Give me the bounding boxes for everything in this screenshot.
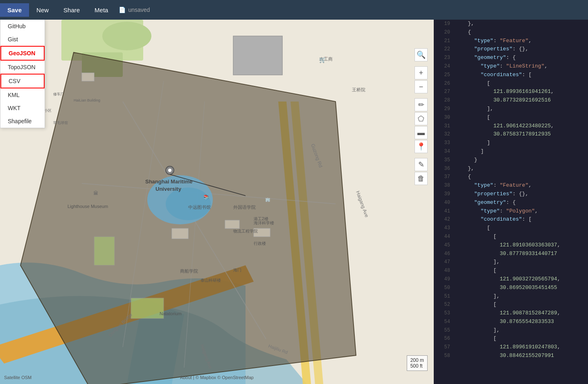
svg-text:物流工程学院: 物流工程学院 — [233, 229, 258, 233]
dropdown-wkt[interactable]: WKT — [0, 102, 45, 115]
line-number: 54 — [437, 318, 450, 326]
line-number: 33 — [437, 139, 450, 147]
code-text: [ — [455, 300, 585, 309]
dropdown-topojson[interactable]: TopoJSON — [0, 61, 45, 74]
zoom-in-btn[interactable]: + — [415, 66, 428, 79]
code-line: 55 ], — [434, 326, 588, 335]
code-line: 23 "geometry": { — [434, 54, 588, 62]
delete-btn[interactable]: 🗑 — [415, 172, 428, 185]
code-line: 36 }, — [434, 165, 588, 173]
line-number: 27 — [437, 88, 450, 96]
draw-polygon-btn[interactable]: ⬠ — [415, 112, 428, 125]
code-line: 45 121.89103603363037, — [434, 241, 588, 250]
code-text: ], — [455, 326, 585, 335]
line-number: 34 — [437, 148, 450, 156]
line-number: 31 — [437, 122, 450, 130]
json-code-area[interactable]: 19 },20 {21 "type": "Feature",22 "proper… — [434, 18, 588, 384]
draw-rectangle-btn[interactable]: ▬ — [415, 126, 428, 139]
code-text: 121.90614223480225, — [455, 122, 585, 131]
svg-text:商船学院: 商船学院 — [180, 269, 198, 273]
code-text: 121.89936161041261, — [455, 88, 585, 96]
dropdown-kml[interactable]: KML — [0, 88, 45, 102]
code-text: 30.877789331440717 — [455, 250, 585, 258]
code-text: "geometry": { — [455, 199, 585, 207]
line-number: 51 — [437, 293, 450, 300]
line-number: 29 — [437, 105, 450, 113]
code-text: 121.90878152847289, — [455, 309, 585, 318]
code-line: 46 30.877789331440717 — [434, 250, 588, 258]
code-text: 30.88462155207991 — [455, 352, 585, 360]
code-line: 51 ], — [434, 292, 588, 301]
code-text: [ — [455, 334, 585, 343]
code-text: [ — [455, 113, 585, 122]
code-text: 30.869520035451455 — [455, 284, 585, 292]
dropdown-github[interactable]: GitHub — [0, 20, 45, 33]
search-btn[interactable]: 🔍 — [415, 48, 428, 61]
svg-point-20 — [168, 169, 171, 172]
svg-text:📚: 📚 — [203, 194, 209, 200]
line-number: 20 — [437, 29, 450, 36]
map-canvas: Shanghai Maritime University Lighthouse … — [0, 20, 434, 384]
meta-button[interactable]: Meta — [87, 3, 115, 17]
code-line: 43 [ — [434, 224, 588, 233]
unsaved-indicator: 📄 unsaved — [119, 7, 150, 13]
code-line: 54 30.87655542833533 — [434, 318, 588, 326]
file-icon: 📄 — [119, 7, 126, 13]
line-number: 52 — [437, 301, 450, 309]
code-text: [ — [455, 224, 585, 233]
code-text: 121.89103603363037, — [455, 241, 585, 250]
code-text: 30.877328921692516 — [455, 96, 585, 105]
code-line: 26 [ — [434, 79, 588, 88]
line-number: 25 — [437, 71, 450, 79]
svg-rect-18 — [94, 237, 115, 265]
dropdown-csv[interactable]: CSV — [0, 74, 45, 88]
zoom-out-btn[interactable]: − — [415, 80, 428, 93]
code-text: } — [455, 156, 585, 165]
code-text: "type": "Feature", — [455, 37, 585, 45]
svg-point-4 — [102, 22, 151, 50]
dropdown-gist[interactable]: Gist — [0, 33, 45, 46]
code-text: "coordinates": [ — [455, 215, 585, 224]
svg-rect-15 — [225, 220, 239, 228]
svg-rect-14 — [172, 228, 188, 239]
line-number: 32 — [437, 131, 450, 138]
satellite-label: Satellite OSM — [4, 375, 32, 380]
line-number: 53 — [437, 309, 450, 317]
save-button[interactable]: Save — [0, 3, 29, 17]
place-marker-btn[interactable]: 📍 — [415, 140, 428, 153]
code-line: 21 "type": "Feature", — [434, 37, 588, 45]
scale-500ft: 500 ft — [410, 363, 424, 369]
line-number: 40 — [437, 199, 450, 207]
svg-text:海门: 海门 — [233, 268, 241, 272]
code-text: }, — [455, 20, 585, 28]
new-button[interactable]: New — [29, 3, 56, 17]
code-text: 30.875837178912935 — [455, 130, 585, 139]
code-line: 28 30.877328921692516 — [434, 96, 588, 105]
line-number: 49 — [437, 276, 450, 283]
code-line: 58 30.88462155207991 — [434, 352, 588, 360]
line-number: 56 — [437, 335, 450, 343]
svg-text:羽毛球馆: 羽毛球馆 — [53, 121, 68, 125]
svg-rect-17 — [131, 298, 164, 318]
dropdown-geojson[interactable]: GeoJSON — [0, 46, 45, 61]
svg-text:中远图书馆: 中远图书馆 — [188, 205, 211, 210]
edit-btn[interactable]: ✎ — [415, 158, 428, 171]
code-text: }, — [455, 165, 585, 173]
code-text: "properties": {}, — [455, 190, 585, 199]
svg-text:🏢: 🏢 — [265, 197, 270, 202]
code-text: "coordinates": [ — [455, 71, 585, 79]
map-area[interactable]: Shanghai Maritime University Lighthouse … — [0, 20, 434, 384]
code-line: 30 [ — [434, 113, 588, 122]
svg-text:外国语学院: 外国语学院 — [233, 205, 256, 210]
svg-rect-13 — [82, 73, 94, 81]
code-text: ] — [455, 139, 585, 147]
code-line: 48 [ — [434, 267, 588, 275]
svg-text:🏛: 🏛 — [93, 190, 98, 196]
share-button[interactable]: Share — [56, 3, 87, 17]
code-line: 35 } — [434, 156, 588, 165]
draw-line-btn[interactable]: ✏ — [415, 98, 428, 111]
scale-bar: 200 m 500 ft — [407, 355, 428, 371]
svg-text:Shanghai Maritime: Shanghai Maritime — [145, 178, 193, 185]
dropdown-shapefile[interactable]: Shapefile — [0, 115, 45, 128]
code-line: 32 30.875837178912935 — [434, 130, 588, 139]
